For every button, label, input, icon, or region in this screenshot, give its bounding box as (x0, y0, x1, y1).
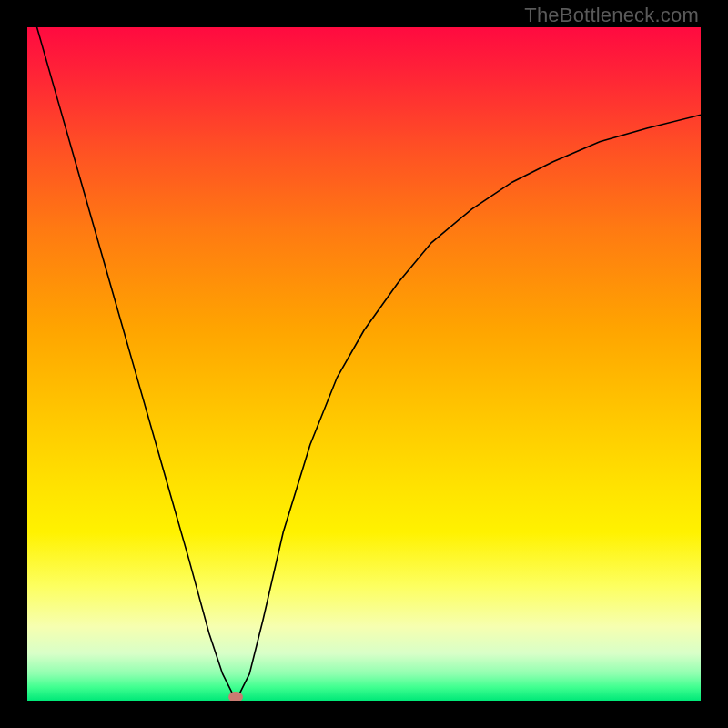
plot-area (27, 27, 701, 701)
minimum-marker (228, 692, 243, 701)
bottleneck-curve (27, 27, 701, 701)
watermark-text: TheBottleneck.com (524, 4, 699, 27)
curve-svg (27, 27, 701, 701)
chart-frame: TheBottleneck.com (0, 0, 728, 728)
